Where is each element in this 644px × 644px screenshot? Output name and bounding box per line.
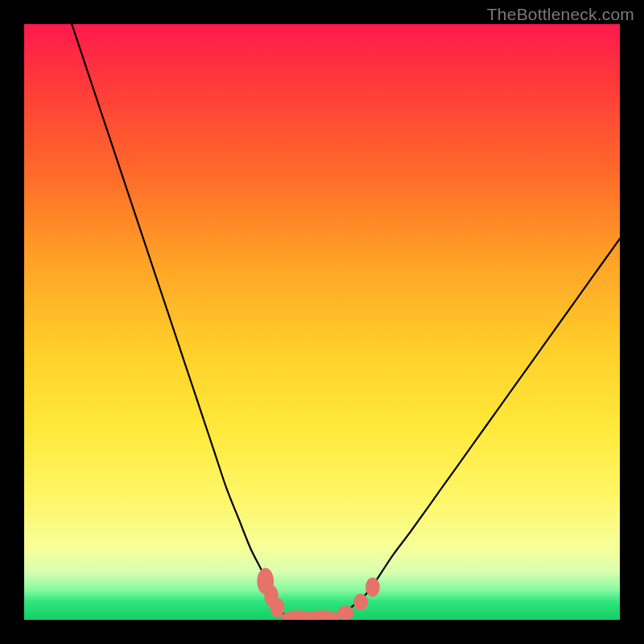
curve-marker bbox=[353, 593, 368, 610]
curve-marker bbox=[304, 610, 340, 620]
curve-marker bbox=[365, 577, 380, 597]
marker-layer bbox=[257, 568, 379, 620]
plot-area bbox=[24, 24, 620, 620]
watermark-text: TheBottleneck.com bbox=[487, 5, 634, 24]
curve-marker bbox=[337, 605, 354, 620]
bottleneck-curve bbox=[72, 24, 620, 617]
outer-frame: TheBottleneck.com bbox=[0, 0, 644, 644]
curve-marker bbox=[270, 598, 285, 617]
chart-svg bbox=[24, 24, 620, 620]
